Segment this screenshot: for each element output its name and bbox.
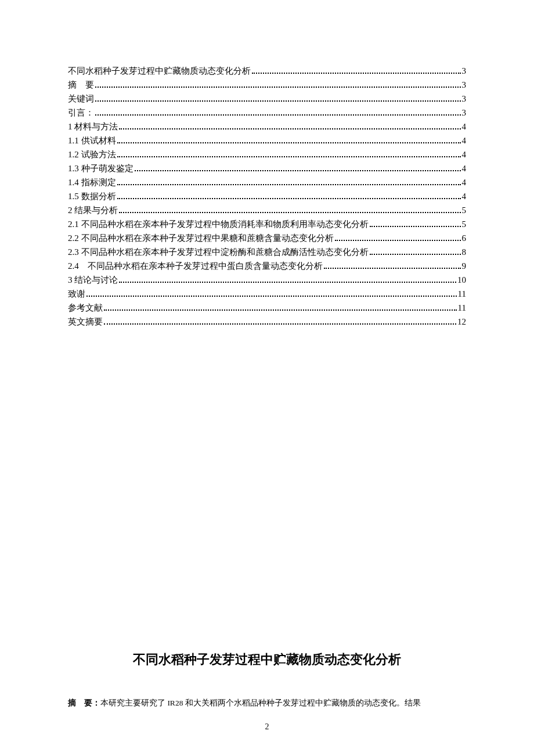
toc-leader-dots xyxy=(104,305,457,311)
toc-entry[interactable]: 2.4 不同品种水稻在亲本种子发芽过程中蛋白质含量动态变化分析9 xyxy=(68,259,466,273)
toc-page: 4 xyxy=(462,161,467,175)
toc-page: 3 xyxy=(462,78,467,92)
toc-page: 3 xyxy=(462,106,467,120)
toc-entry[interactable]: 2.3 不同品种水稻在亲本种子发芽过程中淀粉酶和蔗糖合成酶活性动态变化分析8 xyxy=(68,245,466,259)
toc-leader-dots xyxy=(119,207,460,214)
toc-entry[interactable]: 参考文献11 xyxy=(68,301,466,315)
abstract-label: 摘 要： xyxy=(68,699,100,707)
toc-leader-dots xyxy=(335,235,461,242)
toc-label: 关键词 xyxy=(68,92,94,106)
toc-page: 4 xyxy=(462,189,467,203)
toc-leader-dots xyxy=(324,263,461,269)
toc-page: 11 xyxy=(458,301,466,315)
toc-entry[interactable]: 1.1 供试材料4 xyxy=(68,134,466,147)
toc-page: 3 xyxy=(462,92,467,106)
toc-label: 不同水稻种子发芽过程中贮藏物质动态变化分析 xyxy=(68,64,251,78)
toc-leader-dots xyxy=(86,291,457,297)
abstract-line: 摘 要：本研究主要研究了 IR28 和大关稻两个水稻品种种子发芽过程中贮藏物质的… xyxy=(68,696,466,710)
toc-entry[interactable]: 致谢11 xyxy=(68,287,466,301)
toc-entry[interactable]: 1.2 试验方法4 xyxy=(68,147,466,161)
toc-leader-dots xyxy=(95,96,461,102)
toc-label: 1.1 供试材料 xyxy=(68,134,116,147)
toc-label: 2.1 不同品种水稻在亲本种子发芽过程中物质消耗率和物质利用率动态变化分析 xyxy=(68,217,369,231)
toc-entry[interactable]: 2.1 不同品种水稻在亲本种子发芽过程中物质消耗率和物质利用率动态变化分析5 xyxy=(68,217,466,231)
toc-entry[interactable]: 不同水稻种子发芽过程中贮藏物质动态变化分析3 xyxy=(68,64,466,78)
page-number: 2 xyxy=(0,722,534,732)
toc-leader-dots xyxy=(119,277,456,283)
toc-label: 1.2 试验方法 xyxy=(68,147,116,161)
toc-entry[interactable]: 1.4 指标测定4 xyxy=(68,175,466,189)
toc-label: 2.3 不同品种水稻在亲本种子发芽过程中淀粉酶和蔗糖合成酶活性动态变化分析 xyxy=(68,245,369,259)
toc-leader-dots xyxy=(95,110,461,116)
toc-label: 1.5 数据分析 xyxy=(68,189,116,203)
toc-label: 2.4 不同品种水稻在亲本种子发芽过程中蛋白质含量动态变化分析 xyxy=(68,259,323,273)
toc-label: 引言： xyxy=(68,106,94,120)
toc-page: 4 xyxy=(462,147,467,161)
toc-leader-dots xyxy=(104,319,456,325)
toc-entry[interactable]: 2.2 不同品种水稻在亲本种子发芽过程中果糖和蔗糖含量动态变化分析6 xyxy=(68,231,466,245)
toc-label: 致谢 xyxy=(68,287,85,301)
toc-page: 10 xyxy=(457,273,466,287)
title-section: 不同水稻种子发芽过程中贮藏物质动态变化分析 xyxy=(68,651,466,668)
toc-leader-dots xyxy=(119,124,460,130)
toc-page: 4 xyxy=(462,175,467,189)
toc-leader-dots xyxy=(252,68,461,74)
toc-label: 2.2 不同品种水稻在亲本种子发芽过程中果糖和蔗糖含量动态变化分析 xyxy=(68,231,334,245)
toc-entry[interactable]: 摘 要3 xyxy=(68,78,466,92)
toc-label: 1 材料与方法 xyxy=(68,120,118,134)
toc-page: 6 xyxy=(462,231,467,245)
toc-leader-dots xyxy=(117,193,461,200)
toc-leader-dots xyxy=(117,152,461,158)
toc-leader-dots xyxy=(370,249,461,255)
toc-label: 英文摘要 xyxy=(68,315,103,329)
toc-page: 4 xyxy=(462,134,467,147)
table-of-contents: 不同水稻种子发芽过程中贮藏物质动态变化分析3摘 要3关键词3引言：31 材料与方… xyxy=(68,64,466,329)
toc-page: 4 xyxy=(462,120,467,134)
abstract-text: 本研究主要研究了 IR28 和大关稻两个水稻品种种子发芽过程中贮藏物质的动态变化… xyxy=(100,699,421,707)
main-title: 不同水稻种子发芽过程中贮藏物质动态变化分析 xyxy=(133,652,401,667)
toc-label: 摘 要 xyxy=(68,78,94,92)
toc-entry[interactable]: 1.5 数据分析4 xyxy=(68,189,466,203)
toc-page: 3 xyxy=(462,64,467,78)
toc-leader-dots xyxy=(95,82,461,88)
toc-label: 3 结论与讨论 xyxy=(68,273,118,287)
toc-page: 11 xyxy=(458,287,466,301)
toc-entry[interactable]: 英文摘要12 xyxy=(68,315,466,329)
toc-label: 1.3 种子萌发鉴定 xyxy=(68,161,134,175)
toc-page: 8 xyxy=(462,245,467,259)
toc-leader-dots xyxy=(117,179,461,186)
toc-label: 参考文献 xyxy=(68,301,103,315)
toc-page: 5 xyxy=(462,217,467,231)
toc-entry[interactable]: 引言：3 xyxy=(68,106,466,120)
toc-entry[interactable]: 3 结论与讨论10 xyxy=(68,273,466,287)
toc-leader-dots xyxy=(135,165,461,172)
toc-entry[interactable]: 关键词3 xyxy=(68,92,466,106)
toc-leader-dots xyxy=(370,221,461,228)
toc-label: 1.4 指标测定 xyxy=(68,175,116,189)
toc-page: 5 xyxy=(462,203,467,217)
toc-label: 2 结果与分析 xyxy=(68,203,118,217)
toc-entry[interactable]: 2 结果与分析5 xyxy=(68,203,466,217)
toc-leader-dots xyxy=(117,138,461,144)
toc-entry[interactable]: 1.3 种子萌发鉴定4 xyxy=(68,161,466,175)
toc-page: 9 xyxy=(462,259,467,273)
toc-entry[interactable]: 1 材料与方法4 xyxy=(68,120,466,134)
toc-page: 12 xyxy=(457,315,466,329)
